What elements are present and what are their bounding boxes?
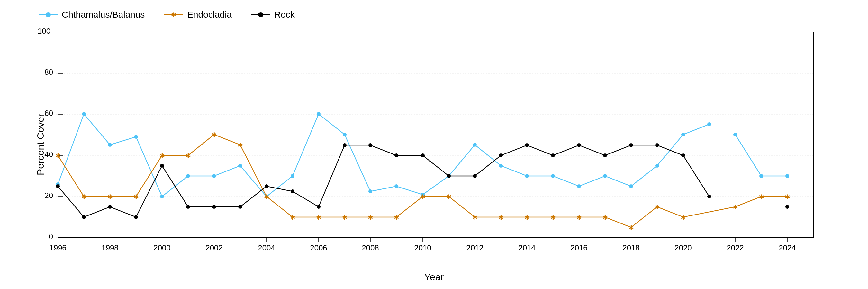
legend-line-black: [251, 14, 270, 15]
orange-star: ✱: [81, 193, 87, 201]
black-dot: [629, 143, 633, 147]
black-dot: [551, 153, 555, 157]
black-dot: [525, 143, 529, 147]
svg-text:2016: 2016: [570, 243, 587, 252]
chart-svg: 0 20 40 60 80 100 1996 1998 2000 2002: [32, 26, 849, 266]
black-dot: [603, 153, 607, 157]
black-dot: [134, 215, 138, 219]
blue-dot: [499, 164, 503, 168]
blue-dot: [760, 174, 763, 178]
orange-star: ✱: [654, 204, 660, 211]
svg-text:60: 60: [44, 109, 53, 117]
legend-label-orange: Endocladia: [187, 10, 232, 20]
svg-text:40: 40: [44, 150, 53, 158]
black-dot: [707, 194, 711, 198]
legend-star-orange: ✱: [171, 11, 177, 19]
svg-text:2002: 2002: [206, 243, 222, 252]
svg-text:2012: 2012: [466, 243, 483, 252]
chart-container: Chthamalus/Balanus ✱ Endocladia Rock Per…: [0, 0, 868, 289]
black-dot: [343, 143, 346, 147]
legend-line-blue: [38, 14, 58, 15]
black-dot: [473, 174, 477, 178]
blue-dot: [681, 133, 685, 137]
svg-text:2006: 2006: [310, 243, 327, 252]
svg-text:2000: 2000: [153, 243, 170, 252]
orange-star: ✱: [238, 142, 243, 149]
orange-star: ✱: [420, 193, 426, 201]
black-dot: [421, 153, 425, 157]
blue-dot: [395, 184, 398, 188]
black-dot: [265, 184, 269, 188]
orange-star: ✱: [133, 193, 139, 201]
orange-star: ✱: [446, 193, 452, 201]
blue-dot: [655, 164, 659, 168]
black-dot: [577, 143, 581, 147]
black-dot: [368, 143, 372, 147]
black-dot: [395, 153, 398, 157]
svg-text:0: 0: [49, 232, 53, 241]
black-dot: [108, 205, 112, 209]
blue-dot: [525, 174, 529, 178]
black-dot: [499, 153, 503, 157]
orange-star: ✱: [394, 214, 399, 221]
legend: Chthamalus/Balanus ✱ Endocladia Rock: [38, 10, 295, 20]
svg-text:2014: 2014: [518, 243, 535, 252]
orange-star: ✱: [759, 193, 764, 201]
x-axis-label: Year: [424, 272, 444, 283]
legend-line-orange: ✱: [164, 14, 183, 15]
blue-dot: [160, 194, 164, 198]
svg-text:2022: 2022: [726, 243, 744, 252]
orange-star: ✱: [681, 214, 686, 221]
orange-star: ✱: [212, 131, 217, 138]
black-dot: [447, 174, 451, 178]
orange-star: ✱: [602, 214, 608, 221]
blue-dot: [186, 174, 190, 178]
svg-text:2008: 2008: [362, 243, 379, 252]
black-dot: [681, 153, 685, 157]
orange-star: ✱: [159, 152, 165, 159]
black-dot: [785, 205, 789, 209]
orange-star: ✱: [472, 214, 478, 221]
orange-star: ✱: [290, 214, 296, 221]
legend-label-blue: Chthamalus/Balanus: [62, 10, 145, 20]
blue-dot: [733, 133, 737, 137]
svg-text:100: 100: [38, 27, 51, 35]
legend-label-black: Rock: [274, 10, 295, 20]
legend-item-blue: Chthamalus/Balanus: [38, 10, 145, 20]
svg-text:2024: 2024: [779, 243, 796, 252]
orange-star: ✱: [342, 214, 347, 221]
orange-star: ✱: [316, 214, 321, 221]
svg-text:80: 80: [44, 68, 53, 76]
orange-star: ✱: [498, 214, 504, 221]
black-dot: [212, 205, 216, 209]
black-dot: [160, 164, 164, 168]
orange-star: ✱: [107, 193, 113, 201]
orange-star: ✱: [628, 224, 634, 231]
legend-dot-black: [258, 12, 263, 17]
svg-text:2020: 2020: [675, 243, 691, 252]
orange-star: ✱: [733, 204, 738, 211]
blue-dot: [785, 174, 789, 178]
blue-dot: [134, 135, 138, 139]
svg-text:2004: 2004: [258, 243, 275, 252]
svg-text:2010: 2010: [414, 243, 431, 252]
svg-text:1998: 1998: [101, 243, 118, 252]
black-dot: [82, 215, 86, 219]
black-dot: [290, 189, 294, 193]
orange-star: ✱: [785, 193, 790, 201]
legend-dot-blue: [45, 12, 51, 17]
orange-star: ✱: [186, 152, 191, 159]
legend-item-orange: ✱ Endocladia: [164, 10, 232, 20]
blue-dot: [212, 174, 216, 178]
black-dot: [655, 143, 659, 147]
legend-item-black: Rock: [251, 10, 295, 20]
blue-dot: [473, 143, 477, 147]
blue-dot: [82, 112, 86, 116]
svg-text:2018: 2018: [622, 243, 640, 252]
svg-rect-0: [58, 32, 813, 238]
svg-text:1996: 1996: [49, 243, 66, 252]
blue-dot: [290, 174, 294, 178]
blue-dot: [577, 184, 581, 188]
orange-star: ✱: [550, 214, 556, 221]
black-dot: [238, 205, 242, 209]
